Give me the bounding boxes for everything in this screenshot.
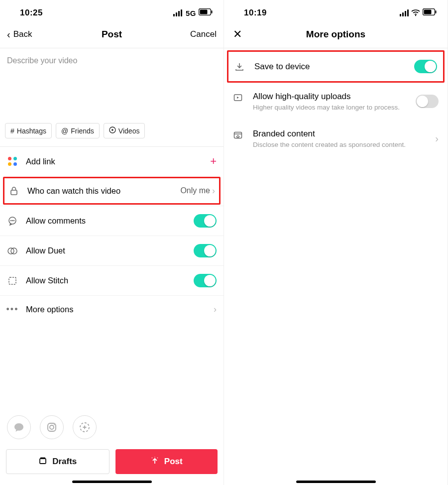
row-label: Who can watch this video (27, 186, 172, 196)
lock-icon (8, 185, 19, 196)
stitch-icon (7, 275, 18, 286)
chevron-right-icon: › (435, 133, 439, 144)
status-time: 10:19 (244, 8, 267, 18)
nav-bar: ‹ Back Post Cancel (0, 23, 224, 48)
status-bar: 10:25 5G (0, 0, 224, 23)
svg-rect-16 (40, 459, 46, 464)
row-label: Branded content (253, 129, 426, 139)
status-bar: 10:19 (224, 0, 448, 23)
post-button[interactable]: Post (115, 449, 218, 474)
more-options-screen: 10:19 ✕ More options Save to device (224, 0, 448, 485)
add-link-row[interactable]: Add link + (0, 146, 224, 176)
description-input[interactable]: Describe your video (0, 48, 224, 123)
hashtags-chip[interactable]: # Hashtags (5, 123, 52, 138)
page-title: Post (52, 29, 172, 40)
status-right (400, 8, 437, 18)
duet-toggle[interactable] (194, 244, 217, 257)
svg-rect-20 (436, 10, 437, 13)
signal-icon (173, 9, 182, 16)
home-indicator (296, 481, 376, 483)
more-options-row[interactable]: ••• More options › (0, 295, 224, 323)
post-screen: 10:25 5G ‹ Back Post Cancel Describe you… (0, 0, 224, 485)
svg-rect-4 (11, 190, 17, 195)
status-time: 10:25 (20, 8, 43, 18)
allow-duet-row[interactable]: Allow Duet (0, 236, 224, 265)
row-subtext: Disclose the content created as sponsore… (253, 141, 426, 148)
allow-comments-row[interactable]: Allow comments (0, 206, 224, 236)
comment-icon (7, 216, 18, 227)
svg-point-14 (54, 424, 55, 425)
back-label: Back (13, 29, 32, 39)
svg-point-13 (50, 425, 54, 429)
mention-icon: @ (61, 127, 68, 135)
svg-point-6 (10, 220, 11, 221)
row-subtext: Higher quality videos may take longer to… (253, 104, 407, 111)
save-toggle[interactable] (414, 60, 437, 73)
signal-icon (400, 9, 409, 16)
row-label: More options (26, 305, 206, 314)
svg-point-8 (13, 220, 14, 221)
friends-chip[interactable]: @ Friends (56, 123, 100, 138)
chevron-left-icon: ‹ (7, 29, 10, 39)
network-label: 5G (186, 9, 196, 17)
wifi-icon (411, 9, 420, 16)
row-label: Save to device (254, 62, 405, 72)
chip-label: Hashtags (17, 127, 46, 135)
allow-stitch-row[interactable]: Allow Stitch (0, 265, 224, 295)
share-chat-button[interactable] (7, 415, 31, 439)
hashtag-icon: # (10, 127, 14, 135)
cancel-button[interactable]: Cancel (190, 29, 217, 39)
more-icon: ••• (7, 304, 18, 315)
chevron-right-icon: › (212, 186, 215, 196)
battery-icon (423, 8, 437, 18)
privacy-row[interactable]: Who can watch this video Only me › (3, 177, 221, 205)
description-placeholder: Describe your video (7, 56, 77, 65)
duet-icon (7, 245, 18, 256)
hq-toggle[interactable] (416, 95, 439, 108)
comments-toggle[interactable] (194, 214, 217, 228)
nav-bar: ✕ More options (224, 23, 448, 48)
plus-icon: + (210, 155, 217, 168)
chip-label: Friends (71, 127, 94, 135)
options-list: Add link + Who can watch this video Only… (0, 146, 224, 323)
status-right: 5G (173, 8, 213, 18)
download-icon (234, 62, 245, 73)
post-icon (150, 456, 159, 468)
row-value: Only me › (180, 186, 215, 196)
svg-rect-2 (212, 10, 213, 13)
branded-content-row[interactable]: Branded content Disclose the content cre… (224, 120, 448, 157)
drafts-label: Drafts (52, 457, 77, 467)
options-list: Save to device Allow high-quality upload… (224, 48, 448, 157)
bottom-buttons: Drafts Post (0, 449, 224, 485)
svg-rect-11 (9, 277, 16, 284)
drafts-button[interactable]: Drafts (6, 449, 110, 474)
row-label: Allow high-quality uploads (253, 92, 407, 102)
chevron-right-icon: › (214, 304, 217, 315)
page-title: More options (276, 29, 396, 40)
home-indicator (72, 481, 152, 483)
back-button[interactable]: ‹ Back (7, 29, 32, 39)
branded-icon (233, 130, 244, 141)
battery-icon (199, 8, 213, 18)
play-icon (109, 126, 116, 135)
videos-chip[interactable]: Videos (104, 123, 145, 138)
row-label: Allow Duet (26, 246, 186, 255)
post-label: Post (164, 457, 183, 467)
share-story-button[interactable] (73, 415, 97, 439)
row-label: Allow comments (26, 216, 186, 226)
svg-point-17 (415, 15, 416, 16)
row-label: Add link (26, 157, 202, 166)
chip-row: # Hashtags @ Friends Videos (0, 123, 224, 146)
svg-point-7 (12, 220, 13, 221)
video-quality-icon (233, 93, 244, 104)
hq-upload-row[interactable]: Allow high-quality uploads Higher qualit… (224, 83, 448, 120)
share-instagram-button[interactable] (40, 415, 64, 439)
svg-rect-19 (424, 10, 432, 14)
drafts-icon (38, 456, 47, 468)
save-to-device-row[interactable]: Save to device (227, 50, 445, 83)
stitch-toggle[interactable] (194, 274, 217, 287)
chip-label: Videos (118, 127, 140, 135)
close-button[interactable]: ✕ (231, 29, 242, 40)
link-app-icon (7, 156, 18, 167)
share-row (0, 415, 224, 449)
